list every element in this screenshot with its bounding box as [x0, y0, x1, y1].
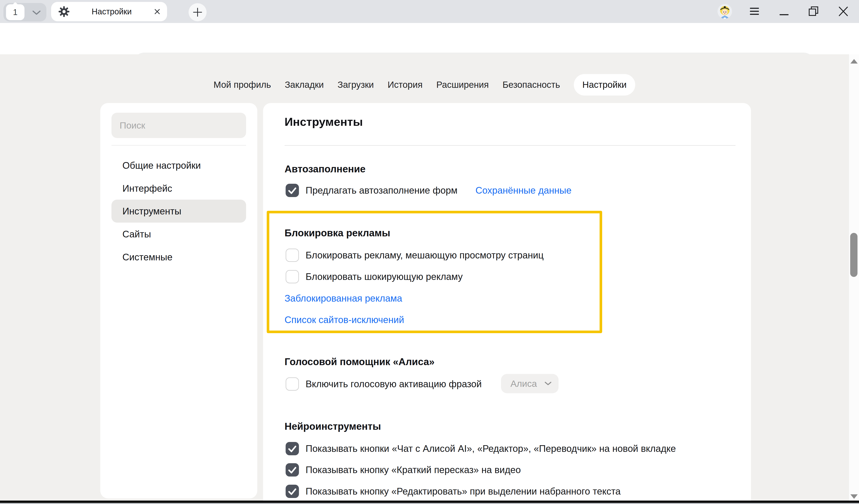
- exception-sites-link[interactable]: Список сайтов-исключений: [285, 314, 404, 325]
- neuro-video-summary-checkbox[interactable]: [286, 463, 299, 476]
- settings-sidebar: Поиск Общие настройки Интерфейс Инструме…: [100, 103, 257, 499]
- window-bottom-edge: [0, 501, 859, 503]
- sidebar-item-system[interactable]: Системные: [111, 246, 246, 269]
- window-bottom-line: [0, 503, 859, 504]
- chevron-down-icon: [544, 381, 552, 386]
- scrollbar-thumb[interactable]: [850, 233, 858, 277]
- chevron-down-icon[interactable]: [32, 10, 41, 15]
- checkmark-icon: [286, 442, 299, 455]
- blocked-ads-link[interactable]: Заблокированная реклама: [285, 293, 402, 304]
- neuro-newtab-buttons-checkbox[interactable]: [286, 442, 299, 455]
- sidebar-item-sites[interactable]: Сайты: [111, 223, 246, 246]
- autofill-checkbox-label[interactable]: Предлагать автозаполнение форм: [305, 185, 457, 196]
- alice-phrase-value: Алиса: [511, 379, 537, 389]
- address-bar-row: Я Y settings Настройки: [0, 23, 859, 54]
- neuro-video-summary-label[interactable]: Показывать кнопку «Краткий пересказ» на …: [305, 464, 521, 475]
- nav-tab-security[interactable]: Безопасность: [502, 74, 560, 95]
- sidebar-item-general[interactable]: Общие настройки: [111, 154, 246, 177]
- nav-tab-profile[interactable]: Мой профиль: [213, 74, 271, 95]
- nav-tab-settings[interactable]: Настройки: [574, 74, 635, 95]
- neuro-edit-button-checkbox[interactable]: [286, 485, 299, 498]
- alice-voice-checkbox[interactable]: [286, 377, 299, 391]
- gear-icon: [58, 6, 70, 17]
- section-adblock-heading: Блокировка рекламы: [285, 227, 390, 239]
- settings-page: Мой профиль Закладки Загрузки История Ра…: [0, 54, 849, 504]
- browser-window: 1 Настройки: [0, 0, 859, 504]
- profile-nav: Мой профиль Закладки Загрузки История Ра…: [0, 74, 849, 95]
- checkmark-icon: [286, 463, 299, 476]
- adblock-shocking-checkbox[interactable]: [286, 270, 299, 283]
- hamburger-icon[interactable]: [749, 6, 760, 16]
- settings-content: Инструменты Автозаполнение Предлагать ав…: [263, 103, 751, 504]
- checkmark-icon: [286, 485, 299, 498]
- scroll-up-icon[interactable]: [850, 59, 858, 63]
- autofill-checkbox[interactable]: [286, 184, 299, 197]
- tab-count: 1: [13, 8, 17, 17]
- restore-icon[interactable]: [808, 6, 819, 16]
- section-alice-heading: Голосовой помощник «Алиса»: [285, 356, 434, 367]
- title-divider: [285, 145, 736, 146]
- avatar[interactable]: [718, 4, 732, 19]
- tab-title: Настройки: [70, 7, 154, 16]
- section-neuro-heading: Нейроинструменты: [285, 421, 381, 432]
- tab-count-badge[interactable]: 1: [6, 4, 25, 20]
- nav-tab-bookmarks[interactable]: Закладки: [285, 74, 324, 95]
- sidebar-item-interface[interactable]: Интерфейс: [111, 177, 246, 200]
- sidebar-divider: [111, 145, 246, 146]
- new-tab-button[interactable]: [189, 3, 207, 21]
- browser-tab-settings[interactable]: Настройки: [51, 2, 167, 21]
- adblock-annoying-checkbox[interactable]: [286, 248, 299, 262]
- neuro-edit-button-label[interactable]: Показывать кнопку «Редактировать» при вы…: [305, 486, 621, 497]
- sidebar-item-tools[interactable]: Инструменты: [111, 200, 246, 223]
- scrollbar[interactable]: [849, 54, 859, 504]
- page-title: Инструменты: [285, 115, 363, 128]
- plus-icon: [193, 7, 202, 17]
- nav-tab-extensions[interactable]: Расширения: [436, 74, 489, 95]
- close-icon[interactable]: [154, 8, 161, 15]
- adblock-shocking-label[interactable]: Блокировать шокирующую рекламу: [305, 271, 463, 282]
- nav-tab-downloads[interactable]: Загрузки: [337, 74, 374, 95]
- nav-tab-history[interactable]: История: [388, 74, 423, 95]
- tab-counter-control[interactable]: 1: [3, 3, 46, 21]
- minimize-icon[interactable]: [779, 6, 789, 16]
- alice-voice-label[interactable]: Включить голосовую активацию фразой: [305, 379, 482, 390]
- adblock-annoying-label[interactable]: Блокировать рекламу, мешающую просмотру …: [305, 250, 544, 261]
- scroll-down-icon[interactable]: [850, 494, 858, 499]
- checkmark-icon: [286, 184, 299, 197]
- window-close-icon[interactable]: [838, 6, 849, 16]
- saved-data-link[interactable]: Сохранённые данные: [476, 185, 571, 196]
- section-autofill-heading: Автозаполнение: [285, 163, 365, 175]
- neuro-newtab-buttons-label[interactable]: Показывать кнопки «Чат с Алисой AI», «Ре…: [305, 443, 676, 454]
- alice-phrase-dropdown[interactable]: Алиса: [501, 374, 559, 393]
- search-input[interactable]: Поиск: [111, 113, 246, 138]
- tab-strip: 1 Настройки: [0, 0, 859, 23]
